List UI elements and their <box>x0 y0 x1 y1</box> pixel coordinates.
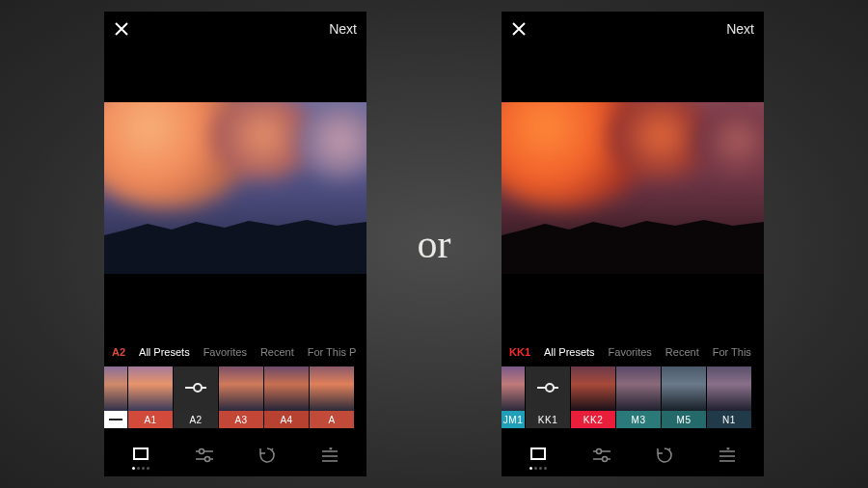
svg-point-4 <box>199 449 203 454</box>
nav-adjust-icon[interactable] <box>591 447 612 464</box>
preset-kk1[interactable]: KK1 <box>526 366 570 428</box>
next-button[interactable]: Next <box>329 21 357 37</box>
bottom-nav <box>502 434 764 476</box>
svg-rect-2 <box>134 448 148 459</box>
tab-recent[interactable]: Recent <box>665 346 699 358</box>
nav-history-icon[interactable] <box>258 446 277 465</box>
tab-all-presets[interactable]: All Presets <box>544 346 595 358</box>
tab-all-presets[interactable]: All Presets <box>139 346 190 358</box>
preset-a1[interactable]: A1 <box>128 366 173 428</box>
svg-point-11 <box>546 384 554 392</box>
preset-adjust-icon <box>537 380 558 397</box>
preset-kk2[interactable]: KK2 <box>571 366 615 428</box>
close-icon[interactable] <box>114 21 129 37</box>
preset-adjust-icon <box>185 380 206 397</box>
editor-screen-left: Next A2 All Presets Favorites Recent For… <box>104 12 366 476</box>
tab-recent[interactable]: Recent <box>260 346 294 358</box>
top-bar: Next <box>502 12 764 46</box>
top-bar: Next <box>104 12 366 46</box>
current-preset-label: KK1 <box>509 346 530 358</box>
tab-favorites[interactable]: Favorites <box>203 346 247 358</box>
nav-history-icon[interactable] <box>655 446 674 465</box>
nav-presets-icon[interactable] <box>529 447 548 464</box>
preset-none[interactable] <box>104 366 127 428</box>
preset-m5[interactable]: M5 <box>662 366 706 428</box>
preset-n1[interactable]: N1 <box>707 366 751 428</box>
preset-a4[interactable]: A4 <box>264 366 309 428</box>
preset-a2[interactable]: A2 <box>174 366 218 428</box>
preset-jm1[interactable]: JM1 <box>502 366 525 428</box>
svg-point-14 <box>596 449 601 454</box>
current-preset-label: A2 <box>112 346 125 358</box>
preset-strip[interactable]: A1 A2 A3 A4 A <box>104 363 366 432</box>
next-button[interactable]: Next <box>726 21 754 37</box>
no-preset-icon <box>109 419 122 420</box>
bottom-nav <box>104 434 366 476</box>
svg-point-6 <box>204 457 209 462</box>
preset-strip[interactable]: JM1 KK1 KK2 M3 M5 <box>502 363 764 432</box>
preset-m3[interactable]: M3 <box>616 366 661 428</box>
preview-image[interactable] <box>502 102 764 274</box>
close-icon[interactable] <box>511 21 527 37</box>
preview-image[interactable] <box>104 102 366 274</box>
tab-for-this-photo[interactable]: For This <box>713 346 751 358</box>
nav-organize-icon[interactable] <box>320 447 339 463</box>
divider-label: or <box>418 221 451 267</box>
editor-screen-right: Next KK1 All Presets Favorites Recent Fo… <box>502 12 764 476</box>
tab-favorites[interactable]: Favorites <box>609 346 652 358</box>
svg-point-1 <box>194 384 202 392</box>
tab-for-this-photo[interactable]: For This P <box>308 346 357 358</box>
svg-rect-12 <box>531 448 545 459</box>
preset-a5[interactable]: A <box>310 366 354 428</box>
preset-a3[interactable]: A3 <box>219 366 263 428</box>
preset-tab-bar: KK1 All Presets Favorites Recent For Thi… <box>502 341 764 363</box>
nav-adjust-icon[interactable] <box>194 447 215 464</box>
preset-tab-bar: A2 All Presets Favorites Recent For This… <box>104 341 366 363</box>
nav-presets-icon[interactable] <box>131 447 150 464</box>
svg-point-16 <box>602 457 607 462</box>
nav-organize-icon[interactable] <box>718 447 737 463</box>
